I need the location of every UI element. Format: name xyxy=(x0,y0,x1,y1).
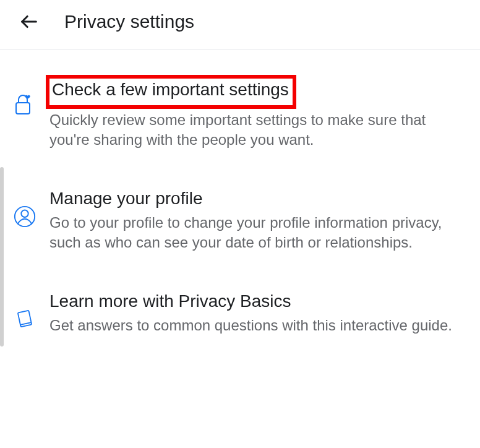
profile-icon xyxy=(11,205,38,228)
item-title: Manage your profile xyxy=(49,187,465,209)
item-title: Learn more with Privacy Basics xyxy=(49,290,465,312)
item-body: Check a few important settings Quickly r… xyxy=(49,75,465,150)
item-desc: Get answers to common questions with thi… xyxy=(49,316,465,335)
svg-rect-1 xyxy=(16,103,30,114)
svg-point-3 xyxy=(21,210,28,217)
settings-list: Check a few important settings Quickly r… xyxy=(0,50,480,348)
item-desc: Go to your profile to change your profil… xyxy=(49,213,465,253)
header: Privacy settings xyxy=(0,0,480,50)
settings-item-privacy-basics[interactable]: Learn more with Privacy Basics Get answe… xyxy=(0,265,480,348)
item-body: Manage your profile Go to your profile t… xyxy=(49,187,465,253)
svg-rect-4 xyxy=(18,310,32,327)
arrow-left-icon xyxy=(19,11,40,32)
item-body: Learn more with Privacy Basics Get answe… xyxy=(49,290,465,335)
highlight-box: Check a few important settings xyxy=(46,75,296,109)
settings-item-manage-profile[interactable]: Manage your profile Go to your profile t… xyxy=(0,163,480,265)
item-title: Check a few important settings xyxy=(52,79,289,100)
settings-item-check-important[interactable]: Check a few important settings Quickly r… xyxy=(0,50,480,163)
svg-line-5 xyxy=(20,322,32,325)
page-title: Privacy settings xyxy=(64,11,194,32)
scroll-indicator xyxy=(0,167,4,347)
book-icon xyxy=(11,308,38,330)
item-desc: Quickly review some important settings t… xyxy=(49,110,465,150)
lock-heart-icon xyxy=(11,92,38,117)
back-button[interactable] xyxy=(19,11,40,32)
